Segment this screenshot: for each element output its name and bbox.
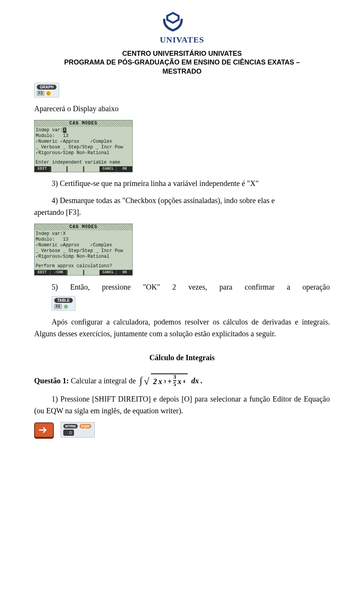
sqrt-sign: √ xyxy=(144,376,149,387)
cas2-softkeys: EDIT ✓CHK CANCL OK xyxy=(35,270,132,276)
eqw-pill-mtrw: MTRW xyxy=(63,424,78,428)
step-1-press: 1) Pressione [SHIFT DIREITO] e depois [O… xyxy=(34,393,330,417)
cas1-status: Enter independent variable name xyxy=(36,160,131,165)
cas2-row-4: ✓Rigorous✓Simp Non-Rational xyxy=(36,254,131,260)
cas2-sk-3 xyxy=(84,270,100,276)
cas2-row-3: _ Verbose _ Step/Step _ Incr Pow xyxy=(36,248,131,254)
cas1-sk-3 xyxy=(84,166,100,172)
cas-modes-screen-2: CAS MODES Indep var:X Modulo: 13 ✓Numeri… xyxy=(34,224,133,276)
header-line-1: CENTRO UNIVERSITÁRIO UNIVATES xyxy=(34,49,330,58)
eqw-key-chip: MTRW EQW O xyxy=(61,422,95,438)
eqw-pill-eqw: EQW xyxy=(80,424,92,428)
header-line-2: PROGRAMA DE PÓS-GRADUAÇÃO EM ENSINO DE C… xyxy=(34,58,330,67)
cas1-row-2: ✓Numeric ✓Approx ✓Complex xyxy=(36,139,131,145)
logo-text: UNIVATES xyxy=(160,35,204,45)
cas2-sk-0: EDIT xyxy=(35,270,50,276)
eqw-key-o: O xyxy=(63,430,74,436)
section-title: Cálculo de Integrais xyxy=(34,353,330,362)
question-1: Questão 1: Calcular a integral de ∫ √ 2x… xyxy=(34,373,330,388)
table-key-fn: F6 xyxy=(54,304,62,309)
institution-logo: UNIVATES xyxy=(34,11,330,45)
step-4a: 4) Desmarque todas as "Checkbox (opções … xyxy=(34,195,330,206)
cas2-sk-4: CANCL xyxy=(100,270,116,276)
step-4b: apertando [F3]. xyxy=(34,206,330,218)
cas2-title: CAS MODES xyxy=(35,224,132,230)
cas2-row-1: Modulo: 13 xyxy=(36,237,131,243)
cas2-sk-5: OK xyxy=(117,270,133,276)
keys-row: MTRW EQW O xyxy=(34,422,330,438)
header-line-3: MESTRADO xyxy=(34,67,330,76)
cas1-row-4: ✓Rigorous✓Simp Non-Rational xyxy=(36,150,131,156)
integral-expression: ∫ √ 2x3 + 3 5 x4 dx. xyxy=(140,373,202,388)
text-1: Aparecerá o Display abaixo xyxy=(34,103,330,115)
step-3: 3) Certifique-se que na primeira linha a… xyxy=(34,178,330,189)
univates-logo-icon xyxy=(160,11,186,34)
cas1-sk-5: OK xyxy=(117,166,133,172)
config-paragraph: Após configurar a calculadora, podemos r… xyxy=(34,316,330,340)
integral-sign: ∫ xyxy=(140,375,142,386)
cas2-sk-1: ✓CHK xyxy=(51,270,67,276)
cas1-sk-0: EDIT xyxy=(35,166,50,172)
cas2-row-0: Indep var:X xyxy=(36,231,131,237)
document-header: CENTRO UNIVERSITÁRIO UNIVATES PROGRAMA D… xyxy=(34,49,330,76)
graph-key-chip: GRAPH F3 C xyxy=(34,83,59,98)
table-key-label: TABLE xyxy=(54,298,73,303)
cas1-title: CAS MODES xyxy=(35,120,132,127)
cas2-sk-2 xyxy=(67,270,83,276)
question-1-label: Questão 1: xyxy=(34,376,69,385)
question-1-text: Calcular a integral de xyxy=(71,376,136,385)
cas1-sk-4: CANCL xyxy=(100,166,116,172)
step-5: 5) Então, pressione "OK" 2 vezes, para c… xyxy=(34,281,330,293)
cas-modes-screen-1: CAS MODES Indep var:X Modulo: 13 ✓Numeri… xyxy=(34,120,133,172)
cas1-row-1: Modulo: 13 xyxy=(36,133,131,139)
fraction: 3 5 xyxy=(173,374,176,387)
cas1-row-3: _ Verbose _ Step/Step _ Incr Pow xyxy=(36,145,131,150)
table-key-chip: TABLE F6 F xyxy=(52,296,75,311)
right-shift-key-icon xyxy=(34,422,54,438)
cas2-status: Perform approx calculations? xyxy=(36,263,131,269)
radicand: 2x3 + 3 5 x4 xyxy=(151,373,188,388)
graph-key-badge: C xyxy=(46,91,51,96)
cas1-sk-1 xyxy=(51,166,67,172)
cas1-row-0: Indep var:X xyxy=(36,128,131,133)
graph-key-fn: F3 xyxy=(37,91,44,96)
graph-key-label: GRAPH xyxy=(37,85,56,90)
cas1-sk-2 xyxy=(67,166,83,172)
cas2-row-2: ✓Numeric ☑Approx ✓Complex xyxy=(36,243,131,248)
cas1-softkeys: EDIT CANCL OK xyxy=(35,166,132,172)
table-key-badge: F xyxy=(64,304,68,309)
